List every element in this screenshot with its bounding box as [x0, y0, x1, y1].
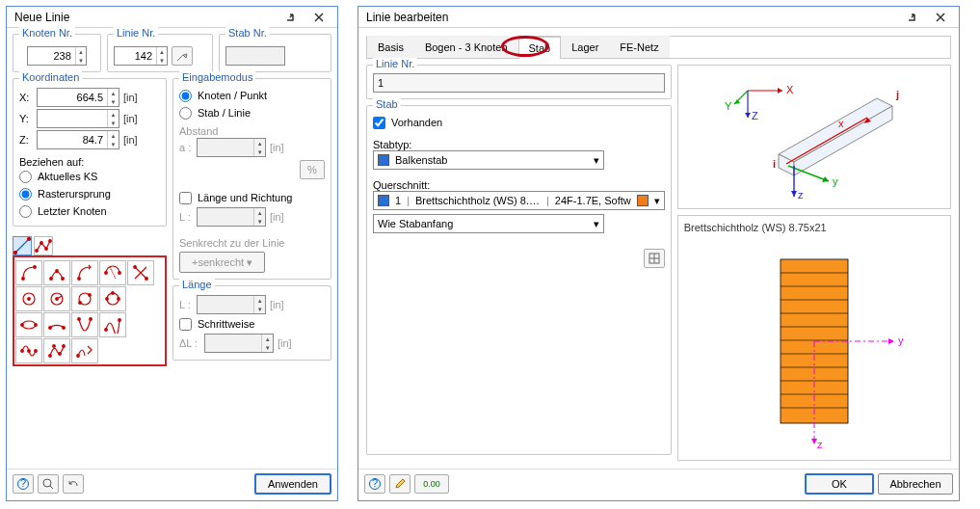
svg-text:Z: Z	[752, 110, 758, 121]
line-nr-field[interactable]	[373, 73, 665, 93]
stepwise-checkbox[interactable]: Schrittweise	[179, 315, 325, 333]
line-nr-spinner[interactable]: ▲▼	[156, 47, 167, 65]
coord-y-input[interactable]	[38, 110, 107, 127]
delta-l-input	[205, 335, 261, 352]
coords-label: Koordinaten	[19, 71, 82, 83]
refer-to-label: Beziehen auf:	[19, 156, 160, 168]
circle-tool-2[interactable]	[43, 286, 70, 311]
tab-basis[interactable]: Basis	[367, 36, 414, 58]
svg-point-34	[105, 329, 108, 332]
svg-text:?: ?	[372, 477, 378, 489]
arc-tool-3[interactable]	[71, 260, 98, 285]
vorhanden-checkbox[interactable]: Vorhanden	[373, 114, 665, 131]
arc-tool-5[interactable]	[127, 260, 154, 285]
cancel-button[interactable]: Abbrechen	[878, 473, 953, 495]
tab-lager[interactable]: Lager	[561, 36, 609, 58]
apply-button[interactable]: Anwenden	[254, 473, 331, 495]
line-nr-label: Linie Nr.	[373, 58, 417, 69]
line-pick-button[interactable]	[172, 46, 193, 66]
stabtyp-label: Stabtyp:	[373, 139, 665, 150]
svg-point-41	[59, 353, 62, 356]
tab-bar: Basis Bogen - 3 Knoten Stab Lager FE-Net…	[366, 36, 951, 59]
svg-point-19	[56, 298, 59, 301]
node-nr-input[interactable]	[28, 47, 75, 65]
circle-tool-3[interactable]	[71, 286, 98, 311]
circle-tool-4[interactable]	[99, 286, 126, 311]
qs-swatch-2	[637, 195, 649, 206]
help-button[interactable]: ?	[13, 474, 34, 494]
coord-x-input[interactable]	[38, 89, 107, 106]
svg-point-30	[49, 327, 52, 330]
perpendicular-label: Senkrecht zu der Linie	[179, 237, 325, 249]
svg-point-7	[34, 266, 37, 269]
svg-point-38	[35, 350, 38, 353]
line-nr-input[interactable]	[115, 47, 156, 65]
svg-point-12	[105, 272, 108, 275]
radio-stab-linie[interactable]: Stab / Linie	[179, 104, 325, 121]
undo-button[interactable]	[63, 474, 84, 494]
svg-point-11	[78, 278, 81, 281]
querschnitt-select[interactable]: 1 | Brettschichtholz (WS) 8.75x21 | 24F-…	[373, 191, 665, 210]
tab-fenetz[interactable]: FE-Netz	[609, 36, 669, 58]
line-tool-polyline[interactable]	[13, 236, 32, 255]
units-button[interactable]: 0.00	[414, 474, 449, 494]
ellipse-tool[interactable]	[15, 312, 42, 337]
arc-tool-2[interactable]	[43, 260, 70, 285]
tab-stab[interactable]: Stab	[518, 37, 562, 59]
stab-group-label: Stab	[373, 98, 401, 110]
svg-point-42	[63, 345, 66, 348]
radio-rasterursprung[interactable]: Rasterursprung	[19, 185, 160, 202]
wie-stabanfang-select[interactable]: Wie Stabanfang ▾	[373, 214, 604, 233]
popout-button[interactable]	[897, 8, 926, 27]
svg-text:z: z	[798, 189, 804, 201]
tab-bogen[interactable]: Bogen - 3 Knoten	[414, 36, 518, 58]
member-nr-label: Stab Nr.	[225, 27, 270, 39]
edit-button[interactable]	[389, 474, 411, 494]
input-mode-label: Eingabemodus	[179, 71, 255, 83]
svg-text:z: z	[817, 439, 823, 450]
radio-knoten-punkt[interactable]: Knoten / Punkt	[179, 87, 325, 104]
svg-point-4	[45, 248, 48, 251]
svg-point-26	[112, 292, 115, 295]
ok-button[interactable]: OK	[805, 473, 874, 495]
svg-text:y: y	[898, 335, 904, 346]
coord-z-input[interactable]	[38, 131, 107, 148]
node-nr-spinner[interactable]: ▲▼	[75, 47, 86, 65]
spline-tool-1[interactable]	[99, 312, 126, 337]
svg-text:?: ?	[20, 477, 26, 489]
svg-point-10	[62, 278, 65, 281]
perpendicular-button: +senkrecht ▾	[179, 252, 265, 273]
ellipse-arc-tool[interactable]	[43, 312, 70, 337]
popout-button[interactable]	[276, 8, 305, 27]
arc-tool-1[interactable]	[15, 260, 42, 285]
abstand-label: Abstand	[179, 125, 325, 137]
length-direction-checkbox[interactable]: Länge und Richtung	[179, 189, 325, 206]
beam-type-swatch	[378, 154, 389, 166]
svg-text:y: y	[833, 175, 838, 187]
member-nr-input	[226, 47, 284, 65]
zoom-button[interactable]	[38, 474, 59, 494]
new-line-dialog: Neue Linie Knoten Nr. ▲▼ Linie Nr. ▲▼	[6, 6, 338, 501]
arc-tool-4[interactable]	[99, 260, 126, 285]
svg-point-46	[43, 479, 51, 487]
svg-point-35	[119, 319, 121, 322]
trajectory-tool[interactable]	[71, 338, 98, 363]
spline-tool-2[interactable]	[15, 338, 42, 363]
radio-aktuelles-ks[interactable]: Aktuelles KS	[19, 168, 160, 185]
stabtyp-select[interactable]: Balkenstab ▾	[373, 150, 604, 170]
cross-section-details-button[interactable]	[644, 249, 665, 268]
titlebar: Linie bearbeiten	[358, 7, 959, 28]
abstand-input	[198, 139, 253, 156]
line-tool-chain[interactable]	[34, 236, 53, 255]
close-button[interactable]	[926, 8, 955, 27]
close-button[interactable]	[305, 8, 333, 27]
radio-letzter-knoten[interactable]: Letzter Knoten	[19, 202, 160, 220]
svg-point-5	[49, 240, 52, 243]
circle-tool-1[interactable]	[15, 286, 42, 311]
svg-point-0	[14, 252, 17, 254]
length-l-input	[198, 296, 253, 313]
svg-text:x: x	[838, 118, 844, 129]
help-button[interactable]: ?	[364, 474, 385, 494]
nurbs-tool[interactable]	[43, 338, 70, 363]
parabola-tool[interactable]	[71, 312, 98, 337]
